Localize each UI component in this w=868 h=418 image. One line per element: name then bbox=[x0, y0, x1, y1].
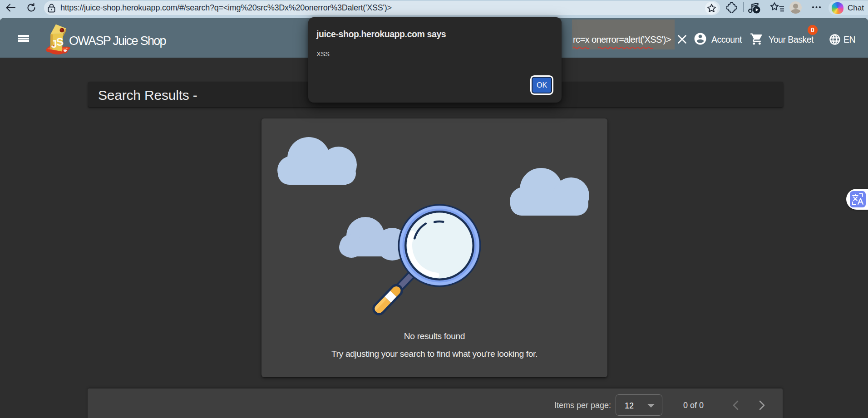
no-results-title: No results found bbox=[261, 331, 607, 341]
toolbar-divider bbox=[743, 2, 744, 12]
cloud-icon bbox=[277, 137, 357, 185]
spellcheck-underline bbox=[573, 46, 591, 49]
translate-glyph bbox=[850, 191, 866, 207]
ok-button[interactable]: OK bbox=[533, 78, 551, 93]
lock-icon bbox=[48, 4, 55, 13]
address-bar[interactable]: https://juice-shop.herokuapp.com/#/searc… bbox=[44, 1, 720, 15]
page-size-select[interactable]: 12 bbox=[616, 394, 662, 416]
back-icon[interactable] bbox=[5, 3, 16, 13]
globe-icon bbox=[829, 33, 841, 46]
range-label: 0 of 0 bbox=[683, 401, 704, 410]
paginator: Items per page: 12 0 of 0 bbox=[88, 388, 783, 418]
items-per-page-label: Items per page: bbox=[554, 401, 611, 410]
profile-avatar[interactable] bbox=[789, 1, 802, 14]
translate-button[interactable] bbox=[846, 189, 868, 210]
dropdown-arrow-icon bbox=[647, 404, 655, 408]
next-page-icon[interactable] bbox=[759, 400, 765, 410]
browser-chrome: https://juice-shop.herokuapp.com/#/searc… bbox=[0, 0, 868, 18]
copilot-chat-label: Chat bbox=[848, 1, 864, 15]
copilot-chat-button[interactable]: Chat bbox=[829, 1, 868, 15]
language-label: EN bbox=[843, 34, 855, 45]
translate-icon bbox=[850, 191, 866, 207]
magnifier-illustration bbox=[370, 204, 481, 318]
no-results-hint: Try adjusting your search to find what y… bbox=[261, 349, 607, 359]
spellcheck-underline bbox=[598, 46, 654, 49]
extensions-icon[interactable] bbox=[726, 2, 737, 13]
juice-shop-logo: J S bbox=[45, 20, 71, 57]
more-options-icon[interactable] bbox=[812, 6, 821, 9]
media-controls-icon[interactable] bbox=[747, 3, 760, 14]
no-results-illustration bbox=[261, 127, 607, 318]
account-icon bbox=[693, 32, 707, 46]
cloud-icon bbox=[339, 217, 409, 261]
app-title: OWASP Juice Shop bbox=[69, 34, 166, 48]
no-results-card: No results found Try adjusting your sear… bbox=[261, 118, 607, 377]
search-input[interactable]: rc=x onerror=alert('XSS')> bbox=[572, 20, 675, 49]
search-value: rc=x onerror=alert('XSS')> bbox=[573, 34, 671, 45]
alert-message: XSS bbox=[316, 50, 330, 58]
alert-dialog: juice-shop.herokuapp.com says XSS OK bbox=[308, 17, 562, 103]
cloud-icon bbox=[510, 168, 589, 216]
previous-page-icon[interactable] bbox=[732, 400, 739, 410]
page-size-value: 12 bbox=[625, 401, 634, 411]
search-results-heading: Search Results - bbox=[98, 88, 197, 103]
refresh-icon[interactable] bbox=[27, 3, 36, 12]
url-text: https://juice-shop.herokuapp.com/#/searc… bbox=[60, 1, 392, 15]
basket-count-badge: 0 bbox=[808, 25, 818, 35]
close-search-icon[interactable] bbox=[677, 34, 687, 44]
account-label: Account bbox=[711, 34, 742, 45]
favorites-icon[interactable] bbox=[770, 2, 784, 12]
cart-icon bbox=[750, 32, 764, 46]
svg-text:S: S bbox=[56, 35, 64, 48]
basket-label: Your Basket bbox=[769, 34, 814, 45]
bookmark-star-icon[interactable] bbox=[707, 4, 716, 13]
copilot-icon bbox=[832, 2, 843, 14]
alert-title: juice-shop.herokuapp.com says bbox=[316, 29, 446, 39]
